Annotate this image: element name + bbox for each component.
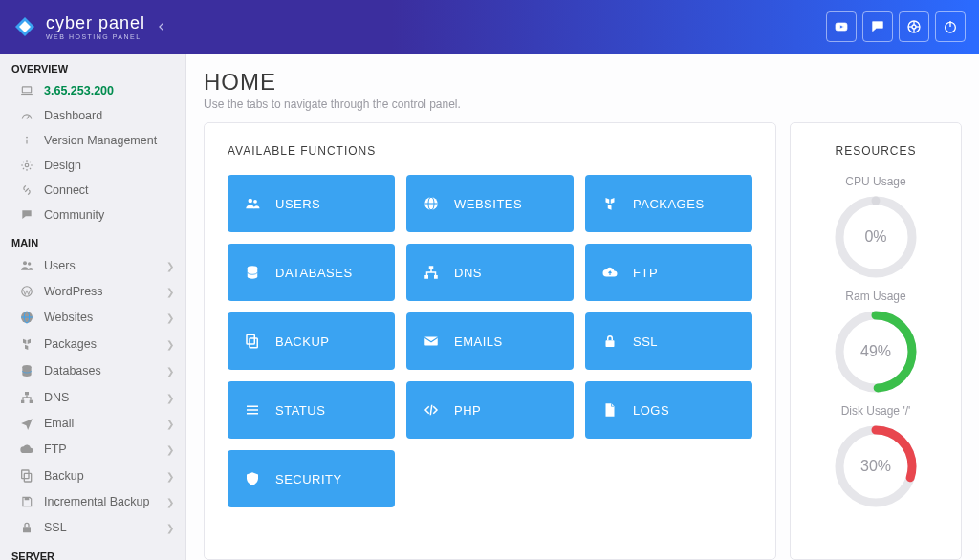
chevron-right-icon: ❯	[166, 497, 174, 507]
tile-label: LOGS	[633, 403, 669, 418]
link-icon	[19, 183, 34, 197]
chevron-right-icon: ❯	[166, 523, 174, 533]
svg-point-32	[249, 199, 253, 204]
cubes-icon	[600, 195, 620, 212]
tile-label: BACKUP	[275, 334, 329, 349]
svg-point-5	[912, 25, 916, 29]
sidebar-item-dashboard[interactable]: Dashboard	[0, 103, 185, 128]
svg-rect-12	[22, 87, 31, 93]
youtube-button[interactable]	[826, 11, 857, 42]
cloud-icon	[19, 442, 34, 457]
help-button[interactable]	[899, 11, 929, 42]
tile-emails[interactable]: EMAILS	[406, 312, 574, 370]
sidebar-item-websites[interactable]: Websites❯	[0, 304, 185, 331]
sidebar-item-ip[interactable]: 3.65.253.200	[0, 78, 185, 103]
cubes-icon	[19, 336, 34, 352]
sidebar-item-packages[interactable]: Packages❯	[0, 331, 185, 357]
svg-rect-31	[23, 527, 31, 532]
sidebar-item-connect[interactable]: Connect	[0, 178, 185, 203]
sidebar-item-label: Version Management	[44, 134, 174, 147]
svg-point-16	[26, 137, 28, 139]
sidebar-collapse-toggle[interactable]	[145, 0, 178, 54]
sidebar-item-users[interactable]: Users❯	[0, 252, 185, 279]
sidebar-item-wordpress[interactable]: WordPress❯	[0, 279, 185, 304]
topbar: cyber panel WEB HOSTING PANEL	[0, 0, 979, 54]
svg-rect-43	[424, 337, 438, 346]
tile-label: USERS	[275, 197, 320, 211]
sidebar-item-ssl[interactable]: SSL❯	[0, 514, 185, 541]
resources-heading: RESOURCES	[814, 144, 938, 158]
svg-rect-38	[429, 266, 434, 269]
svg-point-18	[23, 261, 27, 265]
sidebar-item-ftp[interactable]: FTP❯	[0, 436, 185, 463]
tile-logs[interactable]: LOGS	[585, 381, 752, 439]
comment-icon	[19, 208, 34, 222]
tile-status[interactable]: STATUS	[228, 381, 395, 439]
save-icon	[19, 495, 34, 508]
tile-label: SECURITY	[275, 472, 342, 486]
sidebar-item-label: Connect	[44, 183, 174, 197]
chevron-right-icon: ❯	[166, 471, 174, 482]
tile-ssl[interactable]: SSL	[585, 312, 752, 370]
sidebar-item-design[interactable]: Design	[0, 153, 185, 178]
sidebar-item-label: Users	[44, 259, 157, 272]
sidebar-section-server: SERVER	[0, 541, 185, 560]
power-button[interactable]	[935, 11, 966, 42]
users-icon	[243, 195, 262, 212]
brand-name: cyber panel	[46, 14, 145, 32]
svg-point-33	[253, 200, 257, 204]
tile-label: PACKAGES	[633, 197, 705, 211]
laptop-icon	[19, 84, 34, 97]
tile-backup[interactable]: BACKUP	[228, 312, 395, 370]
lock-icon	[600, 333, 620, 350]
svg-line-14	[27, 116, 29, 119]
tile-php[interactable]: PHP	[406, 381, 574, 439]
svg-rect-46	[247, 409, 258, 411]
chevron-right-icon: ❯	[166, 312, 174, 323]
chevron-right-icon: ❯	[166, 366, 174, 377]
sidebar-item-version[interactable]: Version Management	[0, 128, 185, 153]
chat-button[interactable]	[862, 11, 893, 42]
tile-label: SSL	[633, 334, 658, 349]
sidebar-item-community[interactable]: Community	[0, 203, 185, 227]
svg-rect-13	[21, 94, 33, 95]
tile-dns[interactable]: DNS	[406, 244, 574, 301]
sidebar-item-label: Websites	[44, 311, 157, 324]
tile-users[interactable]: USERS	[228, 175, 395, 232]
users-icon	[19, 258, 34, 273]
sidebar-item-label: Community	[44, 208, 174, 222]
topbar-actions	[826, 11, 966, 42]
sidebar-item-label: Dashboard	[44, 109, 174, 122]
tile-label: STATUS	[275, 403, 325, 418]
tile-security[interactable]: SECURITY	[228, 450, 395, 507]
sidebar-item-incbackup[interactable]: Incremental Backup❯	[0, 489, 185, 514]
envelope-icon	[422, 333, 441, 350]
globe-icon	[422, 195, 441, 212]
tile-label: WEBSITES	[454, 197, 522, 211]
sidebar-item-label: Backup	[44, 469, 157, 483]
sidebar-item-email[interactable]: Email❯	[0, 411, 185, 436]
sidebar-item-dns[interactable]: DNS❯	[0, 384, 185, 411]
resource-value-cpu: 0%	[833, 194, 919, 280]
sidebar-item-databases[interactable]: Databases❯	[0, 357, 185, 384]
resource-label-disk: Disk Usage '/'	[814, 404, 938, 418]
sidebar-item-backup[interactable]: Backup❯	[0, 463, 185, 489]
tile-ftp[interactable]: FTP	[585, 244, 752, 301]
tile-websites[interactable]: WEBSITES	[406, 175, 574, 232]
tile-label: PHP	[454, 403, 481, 418]
resources-panel: RESOURCES CPU Usage0%Ram Usage49%Disk Us…	[790, 122, 962, 560]
resource-label-cpu: CPU Usage	[814, 175, 938, 188]
svg-rect-39	[424, 275, 428, 279]
tile-databases[interactable]: DATABASES	[228, 244, 395, 301]
info-icon	[19, 134, 34, 147]
tile-packages[interactable]: PACKAGES	[585, 175, 752, 232]
svg-point-17	[25, 163, 29, 167]
code-icon	[422, 401, 441, 419]
sidebar-item-label: FTP	[44, 442, 157, 456]
sidebar-item-label: Email	[44, 417, 157, 430]
chevron-right-icon: ❯	[166, 261, 174, 271]
sidebar-section-main: MAIN	[0, 227, 185, 252]
database-icon	[243, 264, 262, 281]
svg-rect-15	[26, 140, 27, 144]
brand[interactable]: cyber panel WEB HOSTING PANEL	[0, 14, 145, 40]
